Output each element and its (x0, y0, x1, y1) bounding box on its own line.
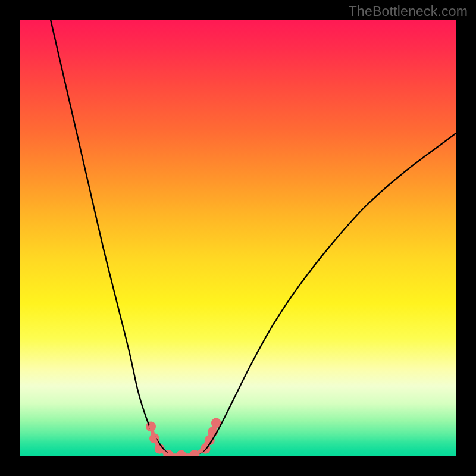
plot-area (20, 20, 456, 456)
watermark-text: TheBottleneck.com (349, 4, 468, 20)
curve-left-branch (51, 20, 168, 453)
chart-svg (20, 20, 456, 456)
curve-right-branch (199, 133, 456, 453)
outer-frame: TheBottleneck.com (0, 0, 476, 476)
